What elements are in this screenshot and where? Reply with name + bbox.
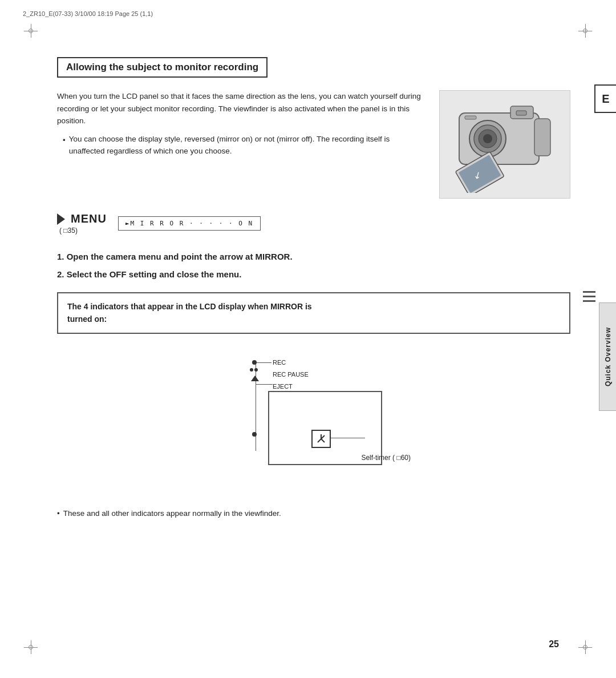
menu-display-box: ►M I R R O R · · · · · O N	[118, 216, 261, 231]
crosshair-bottomleft	[24, 640, 38, 654]
self-timer-label: Self-timer ( □60)	[361, 454, 411, 462]
crosshair-topright	[578, 24, 592, 38]
main-content: Allowing the subject to monitor recordin…	[57, 57, 570, 519]
crosshair-bottomright	[578, 640, 592, 654]
rec-label: REC	[273, 357, 309, 369]
rec-dot	[252, 360, 257, 365]
bottom-bullet-dot: •	[57, 507, 60, 520]
menu-icon: MENU	[57, 212, 107, 225]
page-container: 2_ZR10_E(07-33) 3/10/00 18:19 Page 25 (1…	[0, 0, 616, 678]
body-paragraph: When you turn the LCD panel so that it f…	[57, 90, 425, 127]
menu-page-ref: ( □35)	[59, 227, 78, 235]
svg-line-14	[318, 439, 321, 442]
bottom-bullet-text: These and all other indicators appear no…	[63, 507, 281, 520]
eject-triangle	[251, 376, 259, 381]
menu-label: MENU	[71, 212, 107, 225]
self-timer-icon	[311, 430, 331, 448]
step-2: 2. Select the OFF setting and close the …	[57, 268, 570, 281]
self-timer-line	[331, 438, 365, 438]
indicator-line-h1	[256, 362, 271, 363]
svg-rect-10	[516, 111, 526, 115]
lcd-diagram: REC REC PAUSE EJECT	[211, 345, 416, 494]
content-row: When you turn the LCD panel so that it f…	[57, 90, 570, 199]
camera-image: ↙	[439, 90, 570, 199]
self-timer-svg	[314, 432, 328, 446]
menu-area: MENU ( □35) ►M I R R O R · · · · · O N	[57, 212, 570, 235]
bullet-text: You can choose the display style, revers…	[69, 133, 425, 158]
header-text: 2_ZR10_E(07-33) 3/10/00 18:19 Page 25 (1…	[23, 10, 153, 17]
info-box: The 4 indicators that appear in the LCD …	[57, 292, 570, 334]
indicator-line-h2	[256, 384, 273, 385]
svg-rect-6	[534, 119, 550, 156]
section-title: Allowing the subject to monitor recordin…	[57, 57, 268, 78]
steps: 1. Open the camera menu and point the ar…	[57, 251, 570, 281]
page-number: 25	[549, 639, 559, 649]
body-text-column: When you turn the LCD panel so that it f…	[57, 90, 425, 199]
step-1: 1. Open the camera menu and point the ar…	[57, 251, 570, 264]
bullet-item: • You can choose the display style, reve…	[63, 133, 425, 158]
rec-pause-dot1	[250, 368, 253, 372]
page-header: 2_ZR10_E(07-33) 3/10/00 18:19 Page 25 (1…	[23, 10, 593, 17]
indicator-labels: REC REC PAUSE EJECT	[273, 357, 309, 393]
svg-point-4	[483, 134, 492, 143]
quick-overview-lines	[583, 291, 595, 302]
bottom-bullet: • These and all other indicators appear …	[57, 507, 570, 520]
quick-overview-tab: Quick Overview	[599, 302, 616, 411]
rec-pause-dot2	[254, 368, 258, 372]
rec-pause-label: REC PAUSE	[273, 369, 309, 381]
svg-line-15	[321, 439, 325, 442]
menu-triangle-icon	[57, 213, 65, 225]
crosshair-topleft	[24, 24, 38, 38]
camera-svg: ↙	[448, 96, 562, 193]
lcd-diagram-container: REC REC PAUSE EJECT	[57, 345, 570, 494]
svg-rect-11	[465, 116, 476, 119]
small-dot	[252, 432, 257, 437]
tab-e: E	[594, 84, 616, 113]
menu-icon-group: MENU ( □35)	[57, 212, 107, 235]
bullet-dot: •	[63, 134, 66, 158]
